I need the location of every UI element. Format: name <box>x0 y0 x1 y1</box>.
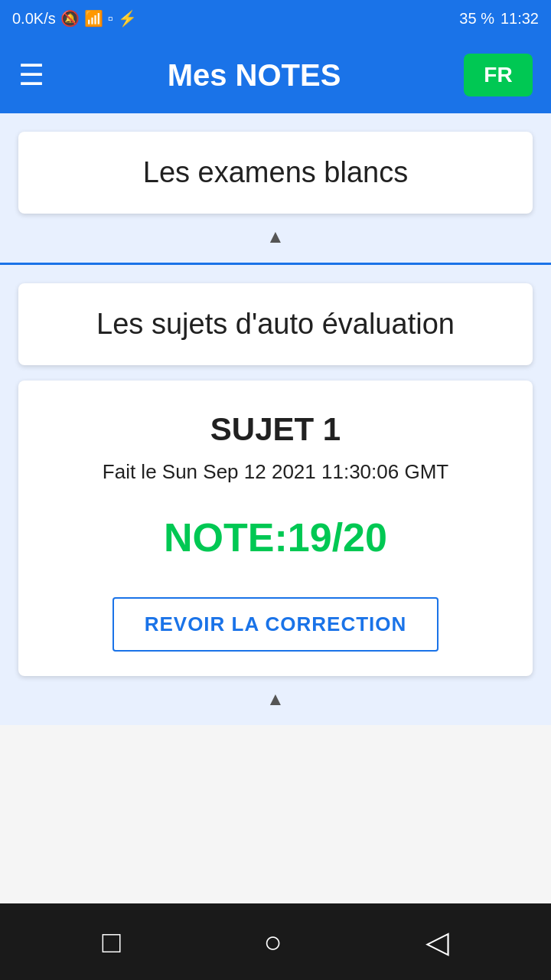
menu-icon[interactable]: ☰ <box>18 60 44 90</box>
status-right: 35 % 11:32 <box>459 10 539 28</box>
app-title: Mes NOTES <box>63 58 445 93</box>
subject-card: SUJET 1 Fait le Sun Sep 12 2021 11:30:06… <box>18 381 533 676</box>
network-speed: 0.0K/s <box>12 10 56 28</box>
subject-date: Fait le Sun Sep 12 2021 11:30:06 GMT <box>43 460 508 484</box>
exams-collapse-arrow[interactable]: ▲ <box>18 214 533 253</box>
notifications-icon: 🔕 <box>60 9 80 28</box>
exams-card-title: Les examens blancs <box>143 156 408 188</box>
main-content: Les examens blancs ▲ Les sujets d'auto é… <box>0 113 551 903</box>
wifi-icon: 📶 <box>84 9 103 28</box>
section-exams: Les examens blancs ▲ <box>0 113 551 265</box>
bolt-icon: ⚡ <box>118 9 137 28</box>
note-display: NOTE:19/20 <box>43 514 508 560</box>
subject-title: SUJET 1 <box>43 411 508 448</box>
app-bar: ☰ Mes NOTES FR <box>0 37 551 113</box>
back-icon[interactable]: ◁ <box>425 924 449 959</box>
auto-eval-card: Les sujets d'auto évaluation <box>18 283 533 365</box>
review-correction-button[interactable]: REVOIR LA CORRECTION <box>112 597 439 652</box>
sim-icon: ▫ <box>108 10 113 28</box>
status-left: 0.0K/s 🔕 📶 ▫ ⚡ <box>12 9 453 28</box>
recent-apps-icon[interactable]: □ <box>102 925 120 959</box>
exams-card: Les examens blancs <box>18 132 533 214</box>
bottom-nav: □ ○ ◁ <box>0 903 551 980</box>
language-button[interactable]: FR <box>464 54 533 96</box>
section-auto: Les sujets d'auto évaluation SUJET 1 Fai… <box>0 265 551 725</box>
battery-percent: 35 % <box>459 10 494 28</box>
time-display: 11:32 <box>500 10 539 28</box>
status-bar: 0.0K/s 🔕 📶 ▫ ⚡ 35 % 11:32 <box>0 0 551 37</box>
auto-eval-collapse-arrow[interactable]: ▲ <box>18 676 533 716</box>
home-icon[interactable]: ○ <box>263 925 282 959</box>
auto-eval-title: Les sujets d'auto évaluation <box>96 308 455 340</box>
